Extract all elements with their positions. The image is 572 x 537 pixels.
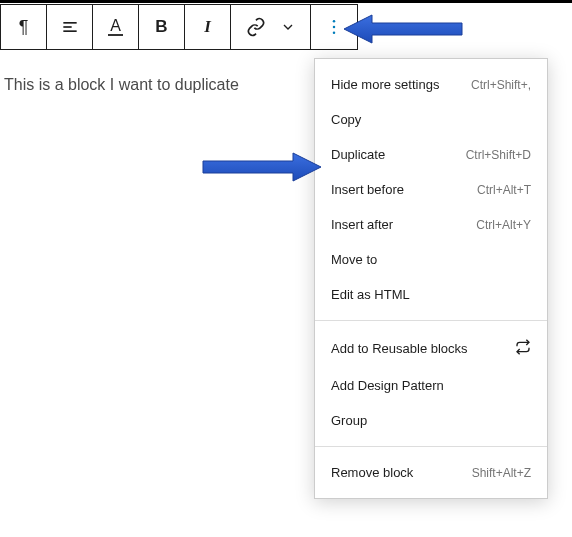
annotation-arrow-more-button — [344, 11, 464, 47]
menu-label: Hide more settings — [331, 77, 439, 92]
svg-marker-6 — [344, 15, 462, 43]
menu-shortcut: Shift+Alt+Z — [472, 466, 531, 480]
annotation-arrow-duplicate — [201, 149, 321, 185]
align-left-icon — [60, 17, 80, 37]
block-toolbar: ¶ A B I — [0, 4, 358, 50]
svg-point-4 — [333, 26, 336, 29]
svg-point-3 — [333, 20, 336, 23]
menu-item-copy[interactable]: Copy — [315, 102, 547, 137]
menu-item-duplicate[interactable]: Duplicate Ctrl+Shift+D — [315, 137, 547, 172]
text-color-icon: A — [108, 18, 123, 36]
bold-button[interactable]: B — [139, 5, 185, 49]
text-color-button[interactable]: A — [93, 5, 139, 49]
paragraph-icon: ¶ — [19, 17, 29, 38]
window-top-bar — [0, 0, 572, 3]
more-vertical-icon — [324, 17, 344, 37]
menu-label: Add Design Pattern — [331, 378, 444, 393]
svg-marker-7 — [203, 153, 321, 181]
menu-item-add-design-pattern[interactable]: Add Design Pattern — [315, 368, 547, 403]
menu-label: Insert before — [331, 182, 404, 197]
menu-shortcut: Ctrl+Alt+Y — [476, 218, 531, 232]
menu-shortcut: Ctrl+Alt+T — [477, 183, 531, 197]
menu-item-insert-before[interactable]: Insert before Ctrl+Alt+T — [315, 172, 547, 207]
menu-label: Group — [331, 413, 367, 428]
menu-label: Insert after — [331, 217, 393, 232]
menu-item-group[interactable]: Group — [315, 403, 547, 438]
align-button[interactable] — [47, 5, 93, 49]
menu-item-move-to[interactable]: Move to — [315, 242, 547, 277]
menu-label: Edit as HTML — [331, 287, 410, 302]
more-options-button[interactable] — [311, 5, 357, 49]
menu-label: Remove block — [331, 465, 413, 480]
bold-icon: B — [155, 17, 167, 37]
menu-section-1: Hide more settings Ctrl+Shift+, Copy Dup… — [315, 59, 547, 321]
menu-section-3: Remove block Shift+Alt+Z — [315, 447, 547, 498]
link-icon — [246, 17, 266, 37]
reusable-icon — [515, 339, 531, 358]
svg-point-5 — [333, 32, 336, 35]
link-dropdown-button[interactable] — [231, 5, 311, 49]
italic-icon: I — [204, 17, 211, 37]
menu-item-insert-after[interactable]: Insert after Ctrl+Alt+Y — [315, 207, 547, 242]
menu-section-2: Add to Reusable blocks Add Design Patter… — [315, 321, 547, 447]
block-options-dropdown: Hide more settings Ctrl+Shift+, Copy Dup… — [314, 58, 548, 499]
menu-shortcut: Ctrl+Shift+, — [471, 78, 531, 92]
menu-item-hide-more-settings[interactable]: Hide more settings Ctrl+Shift+, — [315, 67, 547, 102]
menu-label: Move to — [331, 252, 377, 267]
chevron-down-icon — [280, 19, 296, 35]
menu-shortcut: Ctrl+Shift+D — [466, 148, 531, 162]
menu-label: Copy — [331, 112, 361, 127]
menu-item-remove-block[interactable]: Remove block Shift+Alt+Z — [315, 455, 547, 490]
menu-item-add-reusable[interactable]: Add to Reusable blocks — [315, 329, 547, 368]
menu-label: Duplicate — [331, 147, 385, 162]
paragraph-type-button[interactable]: ¶ — [1, 5, 47, 49]
menu-item-edit-as-html[interactable]: Edit as HTML — [315, 277, 547, 312]
menu-label: Add to Reusable blocks — [331, 341, 468, 356]
italic-button[interactable]: I — [185, 5, 231, 49]
